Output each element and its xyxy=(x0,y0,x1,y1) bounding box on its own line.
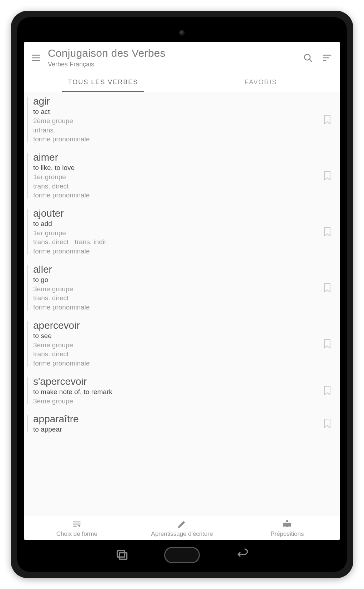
form-icon xyxy=(72,519,82,529)
bookmark-button[interactable] xyxy=(321,96,333,144)
verb-english: to see xyxy=(33,332,321,340)
verb-french: ajouter xyxy=(33,208,321,219)
svg-line-4 xyxy=(309,59,312,62)
app-subtitle: Verbes Français xyxy=(48,61,296,68)
verb-french: aimer xyxy=(33,152,321,163)
app-actions xyxy=(303,52,333,63)
verb-meta: 3ème groupe trans. direct forme pronomin… xyxy=(33,341,321,368)
verb-french: apercevoir xyxy=(33,320,321,331)
bookmark-button[interactable] xyxy=(321,152,333,200)
verb-french: s'apercevoir xyxy=(33,376,321,387)
app-screen: Conjugaison des Verbes Verbes Français xyxy=(24,42,340,540)
item-accent xyxy=(27,209,28,255)
bookmark-icon xyxy=(323,418,332,428)
hw-recents-button[interactable] xyxy=(116,548,128,562)
verb-english: to act xyxy=(33,108,321,116)
app-title: Conjugaison des Verbes xyxy=(48,47,296,59)
item-accent xyxy=(27,377,28,404)
svg-rect-12 xyxy=(117,551,125,557)
sort-icon[interactable] xyxy=(322,52,333,63)
verb-english: to like, to love xyxy=(33,164,321,172)
nav-label: Choix de forme xyxy=(56,530,97,538)
item-accent xyxy=(27,321,28,367)
list-item[interactable]: s'apercevoir to make note of, to remark … xyxy=(24,372,340,410)
verb-english: to appear xyxy=(33,426,321,433)
verb-meta: 2ème groupe intrans. forme pronominale xyxy=(33,116,321,144)
verb-french: apparaître xyxy=(33,413,321,425)
search-icon[interactable] xyxy=(303,52,313,63)
verb-meta: 3ème groupe trans. direct forme pronomin… xyxy=(33,285,321,312)
hw-back-button[interactable] xyxy=(236,548,248,562)
tab-all-verbs[interactable]: TOUS LES VERBES xyxy=(24,72,182,92)
item-accent xyxy=(27,415,28,432)
list-item[interactable]: apercevoir to see 3ème groupe trans. dir… xyxy=(24,316,340,372)
hw-buttons xyxy=(17,547,347,563)
svg-point-11 xyxy=(286,520,288,522)
back-icon xyxy=(236,548,248,561)
bookmark-button[interactable] xyxy=(321,376,333,406)
tab-favorites[interactable]: FAVORIS xyxy=(182,72,340,92)
bookmark-button[interactable] xyxy=(321,320,333,368)
hw-home-button[interactable] xyxy=(164,547,200,563)
tablet-camera xyxy=(179,30,185,36)
pencil-icon xyxy=(177,519,187,529)
tabs: TOUS LES VERBES FAVORIS xyxy=(24,72,340,92)
item-accent xyxy=(27,265,28,311)
nav-choix-forme[interactable]: Choix de forme xyxy=(24,519,130,538)
list-item[interactable]: agir to act 2ème groupe intrans. forme p… xyxy=(24,92,340,148)
bookmark-icon xyxy=(323,386,332,396)
bottom-nav: Choix de forme Aprentissage d'écriture P… xyxy=(24,516,340,540)
list-item[interactable]: apparaître to appear xyxy=(24,410,340,438)
bookmark-icon xyxy=(323,115,332,125)
book-icon xyxy=(282,519,292,529)
menu-icon[interactable] xyxy=(31,52,41,63)
list-item[interactable]: aller to go 3ème groupe trans. direct fo… xyxy=(24,260,340,316)
nav-label: Aprentissage d'écriture xyxy=(151,530,213,538)
bookmark-icon xyxy=(323,283,332,293)
app-bar: Conjugaison des Verbes Verbes Français xyxy=(24,42,340,72)
verb-meta: 1er groupe trans. direct trans. indir. f… xyxy=(33,228,321,256)
app-titles: Conjugaison des Verbes Verbes Français xyxy=(48,47,296,68)
item-accent xyxy=(27,97,28,142)
list-item[interactable]: ajouter to add 1er groupe trans. direct … xyxy=(24,204,340,260)
svg-point-3 xyxy=(304,54,310,60)
verb-english: to make note of, to remark xyxy=(33,388,321,396)
tablet-frame: Conjugaison des Verbes Verbes Français xyxy=(11,11,353,578)
nav-prepositions[interactable]: Prépositions xyxy=(234,519,340,538)
list-item[interactable]: aimer to like, to love 1er groupe trans.… xyxy=(24,148,340,204)
bookmark-icon xyxy=(323,339,332,349)
bookmark-button[interactable] xyxy=(321,413,333,433)
bookmark-button[interactable] xyxy=(321,208,333,256)
bookmark-icon xyxy=(323,227,332,237)
verb-english: to go xyxy=(33,276,321,284)
verb-list[interactable]: agir to act 2ème groupe intrans. forme p… xyxy=(24,92,340,516)
item-accent xyxy=(27,153,28,198)
nav-ecriture[interactable]: Aprentissage d'écriture xyxy=(130,519,235,538)
verb-french: aller xyxy=(33,264,321,275)
verb-meta: 1er groupe trans. direct forme pronomina… xyxy=(33,172,321,200)
recents-icon xyxy=(116,548,128,561)
tablet-bezel: Conjugaison des Verbes Verbes Français xyxy=(17,17,347,572)
nav-label: Prépositions xyxy=(271,530,304,538)
svg-rect-13 xyxy=(120,553,127,559)
verb-french: agir xyxy=(33,96,321,107)
verb-meta: 3ème groupe xyxy=(33,397,321,406)
verb-english: to add xyxy=(33,220,321,228)
bookmark-button[interactable] xyxy=(321,264,333,312)
bookmark-icon xyxy=(323,171,332,181)
